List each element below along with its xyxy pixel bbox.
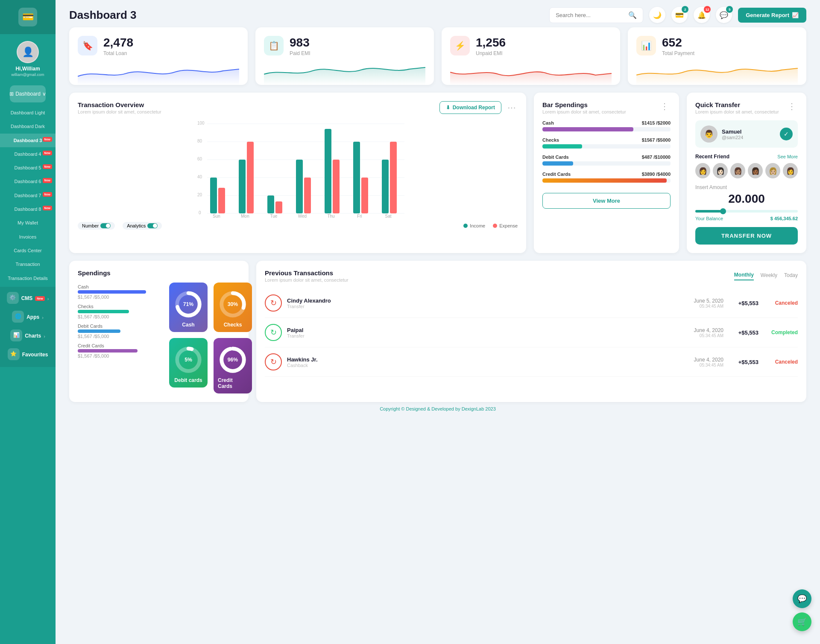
cms-icon: ⚙️ — [7, 292, 19, 304]
balance-amount: $ 456,345.62 — [770, 216, 798, 221]
new-badge: New — [43, 137, 52, 142]
spending-bars-list: Cash $1,567 /$5,000 Checks $1,567 /$5,00… — [78, 284, 163, 358]
svg-rect-26 — [304, 178, 311, 213]
sidebar-item-cards-center[interactable]: Cards Center — [0, 244, 56, 257]
user-name: Hi,William — [15, 66, 40, 72]
sidebar-item-charts[interactable]: 📊 Charts › — [0, 327, 56, 346]
amount-slider-track — [695, 210, 798, 213]
balance-label: Your Balance — [695, 216, 723, 221]
sidebar-item-transaction-details[interactable]: Transaction Details — [0, 271, 56, 285]
sidebar-item-dashboard-4[interactable]: Dashboard 4 New — [0, 147, 56, 161]
tab-weekly[interactable]: Weekly — [761, 272, 777, 280]
floating-buttons: 💬 🛒 — [793, 589, 811, 631]
theme-toggle-btn[interactable]: 🌙 — [649, 7, 665, 23]
stat-icon-unpaid-emi: ⚡ — [450, 36, 470, 55]
sidebar-item-dashboard-light[interactable]: Dashboard Light — [0, 106, 56, 119]
sidebar-item-dashboard-5[interactable]: Dashboard 5 New — [0, 161, 56, 175]
stat-label-paid-emi: Paid EMI — [290, 50, 310, 56]
insert-amount-value: 20.000 — [695, 192, 798, 206]
transaction-overview-menu[interactable]: ⋯ — [506, 102, 518, 113]
tab-today[interactable]: Today — [784, 272, 798, 280]
analytics-toggle[interactable]: Analytics — [123, 222, 162, 230]
sidebar-nav: Dashboard Light Dashboard Dark Dashboard… — [0, 106, 56, 644]
qt-user-name: Samuel — [722, 128, 743, 135]
qt-user-handle: @sam224 — [722, 135, 743, 140]
svg-text:Thu: Thu — [327, 214, 334, 219]
transfer-now-btn[interactable]: TRANSFER NOW — [695, 227, 798, 245]
donut-credit-label: Credit Cards — [218, 377, 248, 389]
search-box[interactable]: 🔍 — [549, 7, 643, 23]
qt-selected-user: 👨 Samuel @sam224 ✓ — [695, 120, 798, 148]
friend-avatar-4[interactable]: 👩🏾 — [748, 163, 763, 178]
download-icon: ⬇ — [446, 105, 450, 111]
float-cart-btn[interactable]: 🛒 — [793, 612, 811, 631]
download-report-btn[interactable]: ⬇ Download Report — [439, 101, 501, 114]
friend-avatar-1[interactable]: 👩 — [695, 163, 710, 178]
chart-icon: 📈 — [792, 12, 799, 18]
bar-spendings-card: Bar Spendings Lorem ipsum dolor sit amet… — [534, 93, 679, 253]
stat-label-loan: Total Loan — [103, 50, 133, 56]
donut-credit-cards: 96% Credit Cards — [214, 338, 252, 393]
float-support-btn[interactable]: 💬 — [793, 589, 811, 608]
previous-transactions-card: Previous Transactions Lorem ipsum dolor … — [256, 261, 806, 402]
friend-avatar-2[interactable]: 👩🏻 — [713, 163, 728, 178]
svg-rect-32 — [390, 142, 397, 213]
new-badge: New — [43, 151, 52, 155]
friend-avatars: 👩 👩🏻 👩🏽 👩🏾 👩🏼 👩 — [695, 163, 798, 178]
sidebar-item-dashboard-3[interactable]: Dashboard 3 New — [0, 134, 56, 147]
income-legend: Income — [463, 223, 485, 228]
notification-btn[interactable]: 🔔 12 — [694, 7, 710, 23]
friend-avatar-3[interactable]: 👩🏽 — [730, 163, 745, 178]
dashboard-toggle-btn[interactable]: ⊞ Dashboard ∨ — [10, 85, 46, 102]
bar-spending-checks: Checks $1567 /$5000 — [542, 137, 671, 149]
tx-amount-1: +$5,553 — [729, 300, 758, 306]
wallet-btn[interactable]: 💳 2 — [671, 7, 688, 23]
transaction-overview-card: Transaction Overview Lorem ipsum dolor s… — [69, 93, 526, 253]
sidebar-item-my-wallet[interactable]: My Wallet — [0, 216, 56, 230]
quick-transfer-card: Quick Transfer Lorem ipsum dolor sit ame… — [687, 93, 806, 253]
svg-text:Wed: Wed — [298, 214, 307, 219]
number-toggle[interactable]: Number — [78, 222, 115, 230]
svg-rect-24 — [275, 201, 282, 213]
stat-number-paid-emi: 983 — [290, 36, 310, 50]
generate-report-btn[interactable]: Generate Report 📈 — [738, 8, 806, 23]
donut-cash-label: Cash — [182, 322, 194, 328]
svg-text:96%: 96% — [228, 357, 238, 363]
amount-slider-thumb[interactable] — [720, 208, 726, 214]
sidebar-item-transaction[interactable]: Transaction — [0, 257, 56, 271]
new-badge: New — [43, 164, 52, 169]
sidebar-item-favourites[interactable]: ⭐ Favourites — [0, 346, 56, 364]
view-more-btn[interactable]: View More — [542, 193, 671, 209]
sidebar-item-apps[interactable]: 🌐 Apps › — [0, 308, 56, 327]
see-more-link[interactable]: See More — [777, 154, 798, 159]
stat-card-unpaid-emi: ⚡ 1,256 Unpaid EMI — [442, 27, 620, 85]
donut-debit-label: Debit cards — [174, 377, 202, 383]
stat-label-unpaid-emi: Unpaid EMI — [476, 50, 506, 56]
svg-text:Sun: Sun — [213, 214, 220, 219]
quick-transfer-menu[interactable]: ⋮ — [786, 101, 798, 111]
new-badge: New — [43, 206, 52, 210]
search-input[interactable] — [556, 12, 625, 18]
sidebar-item-cms[interactable]: ⚙️ CMS New › — [0, 289, 56, 308]
user-email: william@gmail.com — [11, 73, 44, 77]
sidebar-item-dashboard-7[interactable]: Dashboard 7 New — [0, 189, 56, 202]
tx-date-2: June 4, 2020 05:34:45 AM — [685, 327, 723, 338]
message-badge: 5 — [726, 6, 733, 13]
tx-status-2: Completed — [764, 329, 798, 335]
svg-text:Fri: Fri — [357, 214, 362, 219]
tx-amount-3: +$5,553 — [729, 359, 758, 365]
friend-avatar-6[interactable]: 👩 — [783, 163, 798, 178]
sidebar-item-invoices[interactable]: Invoices — [0, 230, 56, 244]
sidebar-item-dashboard-8[interactable]: Dashboard 8 New — [0, 202, 56, 216]
bar-spending-cash: Cash $1415 /$2000 — [542, 120, 671, 131]
tab-monthly[interactable]: Monthly — [734, 272, 754, 280]
friend-avatar-5[interactable]: 👩🏼 — [765, 163, 780, 178]
tx-row-2: ↻ Paipal Transfer June 4, 2020 05:34:45 … — [265, 318, 798, 347]
bar-spendings-menu[interactable]: ⋮ — [659, 101, 671, 111]
sidebar: 💳 👤 Hi,William william@gmail.com ⊞ Dashb… — [0, 0, 56, 644]
svg-rect-23 — [267, 195, 274, 213]
sidebar-item-dashboard-6[interactable]: Dashboard 6 New — [0, 175, 56, 188]
message-btn[interactable]: 💬 5 — [716, 7, 732, 23]
sidebar-item-dashboard-dark[interactable]: Dashboard Dark — [0, 119, 56, 133]
middle-row: Transaction Overview Lorem ipsum dolor s… — [69, 93, 806, 253]
